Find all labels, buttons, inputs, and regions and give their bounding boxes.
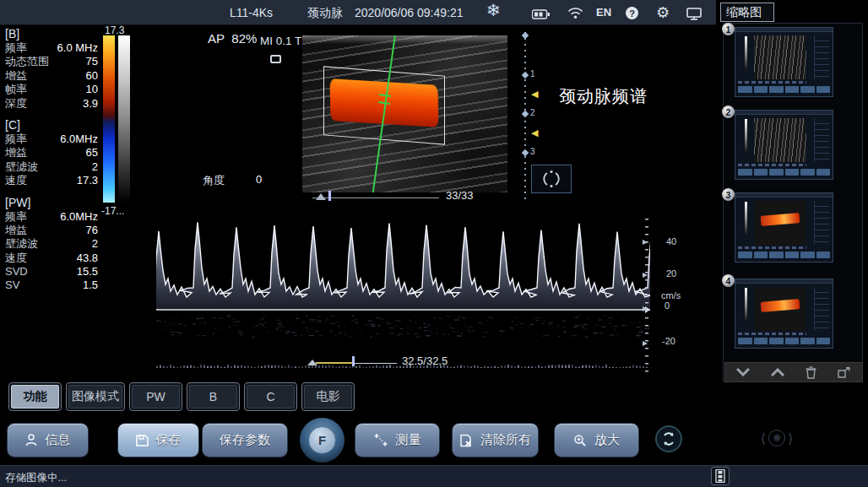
param-label: 壁滤波 [5, 237, 38, 251]
disabled-freeze-control: ⟨❋⟩ [758, 426, 795, 450]
focus-marker-icon[interactable]: ◀ [531, 89, 538, 98]
film-icon [715, 469, 725, 483]
cine-film-button[interactable] [711, 467, 730, 485]
update-refresh-button[interactable] [655, 425, 682, 452]
tab-c[interactable]: C [244, 382, 297, 411]
help-icon[interactable]: ? [626, 7, 638, 19]
zoom-button[interactable]: 放大 [554, 423, 639, 457]
depth-marker [522, 111, 529, 117]
chevron-up-icon[interactable] [771, 368, 784, 376]
datetime: 2020/06/06 09:49:21 [355, 6, 463, 19]
display-monitor-icon[interactable] [686, 8, 702, 24]
param-value: 1.5 [83, 279, 98, 292]
measure-button[interactable]: 测量 [355, 423, 440, 457]
depth-number: 1 [530, 69, 535, 78]
param-value: 2 [92, 237, 98, 251]
status-bar: 存储图像中... [0, 465, 868, 487]
chevron-down-icon[interactable] [736, 368, 750, 376]
param-label: 增益 [5, 224, 27, 237]
param-value: 76 [86, 224, 98, 237]
param-label: 频率 [5, 210, 27, 224]
thumbnail-number: 1 [722, 23, 735, 35]
thumbnail-1[interactable] [735, 27, 833, 97]
language-button[interactable]: EN [596, 6, 611, 19]
param-value: 75 [86, 55, 98, 68]
velocity-tick: -20 [662, 336, 675, 346]
cine-slider-start [316, 193, 326, 200]
time-slider-handle[interactable] [352, 356, 355, 366]
velocity-tick: 40 [666, 236, 676, 246]
param-label: 深度 [5, 97, 27, 111]
thumb-sono-color [754, 287, 806, 331]
grayscale-bar [118, 35, 130, 203]
tab-function[interactable]: 功能 [8, 382, 62, 411]
param-label: 帧率 [5, 83, 27, 96]
pw-mode-params: [PW] 频率6.0MHz 增益76 壁滤波2 速度43.8 SVD15.5 S… [5, 196, 98, 293]
clear-all-button[interactable]: 清除所有 [452, 423, 539, 457]
param-label: 增益 [5, 69, 27, 83]
thumbnail-4[interactable] [735, 279, 833, 349]
steer-rotate-button[interactable] [531, 165, 572, 193]
thumbnail-toolbar [724, 362, 863, 382]
param-label: 增益 [5, 146, 27, 160]
ultrasound-screen: L11-4Ks 颈动脉 2020/06/06 09:49:21 ❄ EN ? ⚙… [0, 0, 868, 487]
param-label: SV [5, 279, 19, 292]
time-slider-elapsed[interactable] [316, 362, 353, 364]
clear-icon [459, 434, 473, 447]
thumb-sono-bw [754, 35, 806, 79]
thumbnail-2[interactable] [735, 110, 833, 180]
param-value: 6.0MHz [60, 210, 98, 224]
acoustic-power: AP 82% [208, 31, 257, 46]
thumbnail-number: 4 [722, 274, 735, 287]
sweep-time-counter: 32.5/32.5 [402, 354, 448, 367]
param-value: 3.9 [83, 97, 98, 111]
f-knob[interactable]: F [300, 418, 344, 463]
angle-value: 0 [256, 173, 262, 186]
param-label: 频率 [5, 41, 27, 55]
top-bar: L11-4Ks 颈动脉 2020/06/06 09:49:21 ❄ EN ? ⚙ [0, 0, 716, 25]
param-value: 2 [92, 160, 98, 174]
exam-annotation: 颈动脉频谱 [559, 85, 648, 108]
thumb-sono-bw [754, 118, 806, 162]
delete-trash-icon[interactable] [806, 366, 816, 379]
param-value: 43.8 [77, 252, 98, 265]
frame-icon [270, 55, 281, 63]
colorbar-max-label: 17.3 [105, 24, 124, 36]
velocity-tick: 20 [666, 268, 676, 279]
depth-marker [522, 149, 529, 156]
export-share-icon[interactable] [838, 366, 851, 378]
cine-slider-track[interactable] [312, 198, 439, 198]
time-slider-track[interactable] [353, 363, 397, 364]
b-mode-image[interactable] [302, 35, 507, 192]
pw-spectrum-display[interactable] [156, 215, 650, 376]
tab-b[interactable]: B [187, 382, 240, 411]
color-mode-params: [C] 频率6.0MHz 增益65 壁滤波2 速度17.3 [5, 118, 98, 188]
param-value: 60 [86, 69, 98, 83]
tab-image-mode[interactable]: 图像模式 [66, 382, 125, 411]
thumbnail-panel-title[interactable]: 缩略图 [720, 3, 774, 22]
angle-right-icon: ⟩ [788, 430, 793, 446]
tab-pw[interactable]: PW [129, 382, 182, 411]
wifi-icon [567, 7, 583, 23]
group-title: [PW] [5, 196, 98, 210]
asterisk-icon: ❋ [768, 430, 785, 446]
save-params-button[interactable]: 保存参数 [202, 423, 288, 457]
tab-cine[interactable]: 电影 [301, 382, 355, 411]
caliper-icon [374, 433, 388, 447]
info-button[interactable]: 信息 [7, 423, 89, 457]
probe-name: L11-4Ks [230, 6, 273, 19]
param-label: 频率 [5, 133, 27, 146]
save-button[interactable]: 保存 [117, 423, 199, 457]
cine-slider-handle[interactable] [328, 191, 331, 201]
rotate-icon [542, 170, 561, 188]
freeze-icon[interactable]: ❄ [486, 0, 501, 20]
param-value: 65 [86, 146, 98, 160]
thumbnail-3[interactable] [735, 192, 833, 262]
battery-icon [532, 8, 551, 23]
parameter-panel: [B] 频率6.0 MHz 动态范围75 增益60 帧率10 深度3.9 [C]… [5, 27, 98, 300]
focus-marker-icon[interactable]: ◀ [531, 128, 538, 137]
person-icon [25, 434, 37, 446]
settings-gear-icon[interactable]: ⚙ [656, 3, 670, 22]
param-label: 速度 [5, 174, 27, 187]
thumbnail-number: 2 [722, 106, 735, 118]
